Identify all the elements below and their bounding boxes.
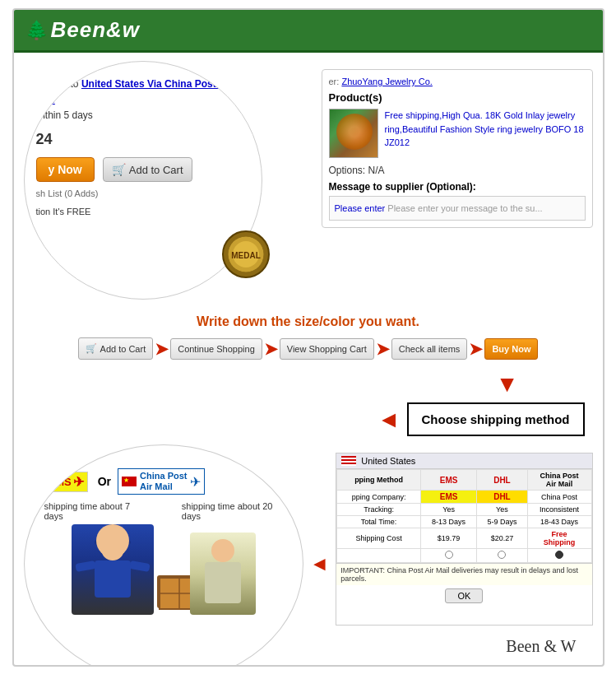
left-circle-content: hipping to United States Via China Post …: [25, 62, 262, 235]
china-post-logo: China PostAir Mail ✈: [118, 468, 205, 495]
cost-label: Shipping Cost: [337, 528, 421, 549]
product-title: Free shipping,High Qua. 18K Gold Inlay j…: [385, 110, 584, 147]
bottom-left-circle: EMS ✈ Or China PostAir Mail ✈ shipping t…: [24, 444, 303, 667]
protection-text: tion It's FREE: [36, 205, 250, 220]
left-circle-area: hipping to United States Via China Post …: [24, 61, 287, 304]
country-name: United States: [361, 456, 415, 466]
step-add-to-cart[interactable]: 🛒 Add to Cart: [78, 337, 154, 360]
dhl-radio[interactable]: [498, 551, 506, 559]
delivery-person-2: [190, 533, 256, 615]
row-company: pping Company: EMS DHL China Post: [337, 491, 591, 504]
seller-line: er: ZhuoYang Jewelry Co.: [329, 77, 586, 86]
message-placeholder-text: Please enter your message to the su...: [387, 203, 542, 213]
wish-list-text: sh List (0 Adds): [36, 187, 250, 202]
tracking-label: Tracking:: [337, 504, 421, 516]
arrow-4: ➤: [469, 339, 483, 359]
medal-icon: MEDAL: [221, 230, 271, 279]
step-view-cart[interactable]: View Shopping Cart: [280, 338, 374, 360]
ems-tracking: Yes: [420, 504, 476, 516]
right-product-box: er: ZhuoYang Jewelry Co. Product(s) Free…: [322, 69, 593, 228]
choose-shipping-label: Choose shipping method: [422, 412, 570, 426]
row-radio: [337, 549, 591, 563]
please-enter-link: Please enter: [335, 203, 386, 213]
shipping-table: pping Method EMS DHL China PostAir Mail …: [336, 469, 591, 563]
china-post-tracking: Inconsistent: [527, 504, 591, 516]
product-description: Free shipping,High Qua. 18K Gold Inlay j…: [385, 109, 586, 158]
shipping-link[interactable]: United States Via China Post Air Mail: [36, 78, 233, 105]
row-total-time: Total Time: 8-13 Days 5-9 Days 18-43 Day…: [337, 516, 591, 528]
down-arrow-row: ▼: [24, 371, 593, 398]
col-dhl: DHL: [477, 470, 527, 491]
col-ems: EMS: [420, 470, 476, 491]
header: 🌲 Been&w: [14, 10, 603, 53]
important-note-text: IMPORTANT: China Post Air Mail deliverie…: [340, 566, 578, 583]
row-cost: Shipping Cost $19.79 $20.27 FreeShipping: [337, 528, 591, 549]
continue-shopping-label: Continue Shopping: [178, 344, 255, 354]
step-buy-now[interactable]: Buy Now: [484, 338, 538, 360]
logo-tree-icon: 🌲: [25, 20, 48, 41]
dhl-cost: $20.27: [477, 528, 527, 549]
seller-name[interactable]: ZhuoYang Jewelry Co.: [341, 77, 432, 86]
logo-text: Been&w: [51, 17, 141, 43]
col-method: pping Method: [337, 470, 421, 491]
china-post-time-cell: 18-43 Days: [527, 516, 591, 528]
ems-plane-icon: ✈: [73, 474, 84, 490]
choose-shipping-row: ◄ Choose shipping method: [24, 402, 593, 436]
cart-icon: 🛒: [112, 163, 126, 176]
dhl-tracking: Yes: [477, 504, 527, 516]
or-label: Or: [98, 475, 111, 488]
ems-company: EMS: [420, 491, 476, 504]
ems-logo: EMS ✈: [44, 472, 88, 492]
ems-cost: $19.79: [420, 528, 476, 549]
arrow-3: ➤: [376, 339, 390, 359]
svg-point-13: [211, 539, 234, 562]
total-time-label: Total Time:: [337, 516, 421, 528]
col-china-post: China PostAir Mail: [527, 470, 591, 491]
delivery-illustration: [44, 524, 283, 615]
products-label: Product(s): [329, 91, 586, 104]
ems-time: shipping time about 7 days: [44, 501, 141, 521]
svg-rect-7: [95, 560, 131, 598]
steps-row: 🛒 Add to Cart ➤ Continue Shopping ➤ View…: [24, 337, 593, 360]
middle-arrow-container: ◄: [310, 444, 330, 634]
top-section: hipping to United States Via China Post …: [24, 61, 593, 308]
add-cart-label: Add to Cart: [129, 164, 183, 176]
ok-button[interactable]: OK: [445, 588, 483, 603]
step-check-items: Check all items: [391, 338, 468, 360]
china-post-cost: FreeShipping: [527, 528, 591, 549]
buy-now-button[interactable]: y Now: [36, 157, 95, 182]
delivery-person-1: [72, 524, 154, 615]
ems-radio[interactable]: [445, 551, 453, 559]
message-input[interactable]: Please enter Please enter your message t…: [329, 196, 586, 221]
shipping-times: shipping time about 7 days shipping time…: [44, 501, 283, 521]
svg-rect-14: [205, 562, 241, 603]
dhl-time: 5-9 Days: [477, 516, 527, 528]
svg-rect-9: [129, 560, 150, 572]
price-display: 24: [36, 128, 250, 151]
buttons-row: y Now 🛒 Add to Cart: [36, 157, 250, 182]
bottom-section: EMS ✈ Or China PostAir Mail ✈ shipping t…: [24, 444, 593, 634]
arrow-1: ➤: [155, 339, 169, 359]
free-shipping-label: FreeShipping: [544, 530, 576, 546]
signature-text: Been & W: [506, 637, 576, 655]
step-continue-shopping[interactable]: Continue Shopping: [170, 338, 262, 360]
product-thumbnail: [329, 109, 378, 158]
view-cart-label: View Shopping Cart: [287, 344, 367, 354]
message-label: Message to supplier (Optional):: [329, 181, 586, 193]
main-container: 🌲 Been&w hipping to United States Via Ch…: [12, 8, 604, 667]
arrow-2: ➤: [264, 339, 278, 359]
china-post-radio[interactable]: [555, 551, 563, 559]
important-note: IMPORTANT: China Post Air Mail deliverie…: [336, 563, 591, 585]
us-flag-icon: [341, 456, 356, 466]
shipping-logos-row: EMS ✈ Or China PostAir Mail ✈: [44, 468, 283, 495]
svg-point-4: [95, 536, 131, 549]
ems-time: 8-13 Days: [420, 516, 476, 528]
china-post-time: shipping time about 20 days: [182, 501, 283, 521]
product-row: Free shipping,High Qua. 18K Gold Inlay j…: [329, 109, 586, 158]
cart-step-icon: 🛒: [86, 343, 97, 354]
company-label: pping Company:: [337, 491, 421, 504]
check-items-label: Check all items: [399, 344, 461, 354]
shipping-label: hipping to United States Via China Post …: [36, 77, 250, 108]
svg-point-6: [101, 537, 124, 560]
add-to-cart-button-left[interactable]: 🛒 Add to Cart: [103, 157, 192, 182]
